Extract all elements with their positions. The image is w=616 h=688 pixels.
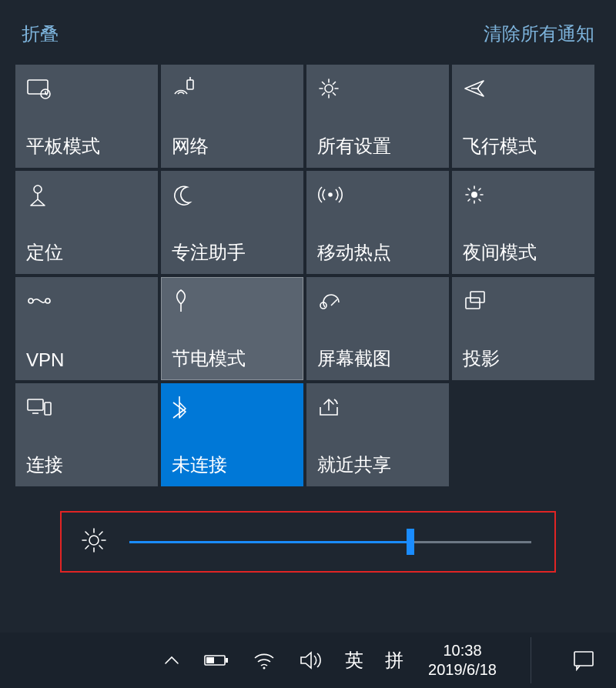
- snip-icon: [317, 288, 438, 314]
- leaf-icon: [172, 288, 293, 314]
- tray-overflow-icon[interactable]: [163, 654, 180, 666]
- svg-rect-2: [187, 80, 193, 89]
- gear-icon: [317, 75, 438, 102]
- share-icon: [317, 394, 438, 420]
- svg-rect-18: [226, 658, 228, 663]
- moon-icon: [172, 182, 293, 208]
- tile-project[interactable]: 投影: [452, 277, 594, 380]
- svg-point-4: [325, 85, 333, 92]
- tile-airplane-mode[interactable]: 飞行模式: [452, 65, 594, 168]
- clock[interactable]: 10:38 2019/6/18: [428, 641, 497, 680]
- tile-label: 连接: [26, 453, 147, 477]
- ime-indicator[interactable]: 英 拼: [345, 648, 405, 673]
- tile-label: 专注助手: [172, 240, 293, 265]
- wifi-icon[interactable]: [253, 651, 276, 670]
- taskbar-divider: [531, 637, 531, 683]
- tile-label: 夜间模式: [463, 240, 584, 265]
- ime-mode: 拼: [385, 650, 405, 670]
- tile-tablet-mode[interactable]: 平板模式: [15, 65, 158, 168]
- svg-rect-0: [28, 80, 48, 94]
- tile-label: 定位: [26, 240, 147, 265]
- tile-mobile-hotspot[interactable]: 移动热点: [306, 171, 449, 274]
- vpn-icon: [26, 288, 147, 314]
- slider-thumb[interactable]: [407, 529, 414, 555]
- svg-rect-21: [574, 652, 593, 666]
- clock-time: 10:38: [428, 641, 497, 660]
- connect-icon: [26, 394, 147, 420]
- tile-label: 投影: [463, 346, 584, 371]
- tile-network[interactable]: 网络: [161, 65, 303, 168]
- night-light-icon: [463, 182, 584, 208]
- svg-point-20: [263, 667, 266, 670]
- svg-point-5: [34, 185, 42, 193]
- tile-vpn[interactable]: VPN: [15, 277, 158, 380]
- tile-label: 飞行模式: [463, 134, 584, 159]
- quick-actions-grid: 平板模式 网络 所有设置 飞行模式 定位 专注助手 移动热点: [0, 65, 616, 486]
- tile-focus-assist[interactable]: 专注助手: [161, 171, 303, 274]
- taskbar: 英 拼 10:38 2019/6/18: [0, 633, 616, 688]
- tile-battery-saver[interactable]: 节电模式: [161, 277, 303, 380]
- svg-rect-14: [45, 402, 51, 415]
- airplane-icon: [463, 75, 584, 102]
- brightness-slider[interactable]: [129, 531, 531, 553]
- tile-label: 所有设置: [317, 134, 438, 159]
- tile-label: 屏幕截图: [317, 346, 438, 371]
- tile-connect[interactable]: 连接: [15, 383, 158, 486]
- volume-icon[interactable]: [299, 650, 322, 670]
- tile-night-light[interactable]: 夜间模式: [452, 171, 594, 274]
- network-icon: [172, 75, 293, 102]
- ime-lang: 英: [345, 650, 365, 670]
- svg-point-7: [471, 192, 477, 198]
- svg-rect-19: [206, 657, 214, 663]
- system-tray: 英 拼 10:38 2019/6/18: [163, 633, 616, 688]
- clear-all-link[interactable]: 清除所有通知: [484, 22, 594, 46]
- svg-rect-13: [28, 399, 43, 410]
- tile-label: 节电模式: [172, 346, 293, 371]
- project-icon: [463, 288, 584, 314]
- svg-point-8: [28, 299, 33, 303]
- bluetooth-icon: [172, 394, 293, 420]
- clock-date: 2019/6/18: [428, 660, 497, 680]
- tile-label: 平板模式: [26, 134, 147, 159]
- hotspot-icon: [317, 182, 438, 208]
- tile-screen-snip[interactable]: 屏幕截图: [306, 277, 449, 380]
- tile-label: 移动热点: [317, 240, 438, 265]
- battery-icon[interactable]: [203, 653, 229, 668]
- tile-label: VPN: [26, 349, 147, 371]
- tile-label: 就近共享: [317, 453, 438, 477]
- brightness-panel: [60, 511, 556, 573]
- tile-label: 未连接: [172, 453, 293, 477]
- location-icon: [26, 182, 147, 208]
- action-center-button[interactable]: [559, 633, 608, 688]
- tile-location[interactable]: 定位: [15, 171, 158, 274]
- slider-fill: [129, 541, 410, 543]
- tile-nearby-sharing[interactable]: 就近共享: [306, 383, 449, 486]
- brightness-icon: [80, 526, 108, 557]
- svg-point-16: [89, 536, 99, 545]
- svg-point-6: [329, 193, 332, 196]
- tile-label: 网络: [172, 134, 293, 159]
- svg-rect-12: [466, 298, 480, 309]
- collapse-link[interactable]: 折叠: [22, 22, 59, 46]
- tablet-mode-icon: [26, 75, 147, 102]
- svg-rect-11: [470, 292, 484, 302]
- svg-point-9: [45, 299, 50, 303]
- tile-bluetooth[interactable]: 未连接: [161, 383, 303, 486]
- tile-all-settings[interactable]: 所有设置: [306, 65, 449, 168]
